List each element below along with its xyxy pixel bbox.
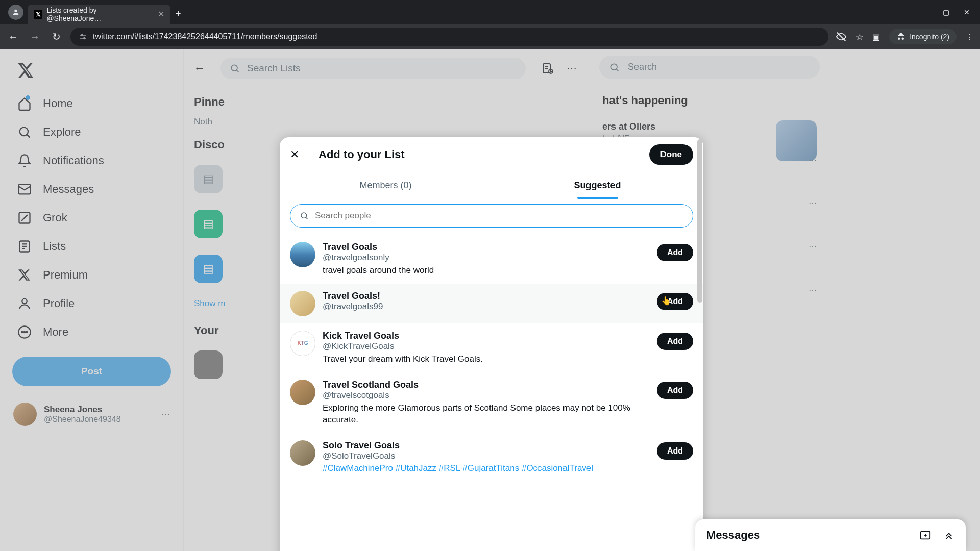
add-to-list-modal: ✕ Add to your List Done Members (0) Sugg… xyxy=(280,137,703,551)
new-message-icon[interactable] xyxy=(920,530,931,541)
suggestion-handle: @SoloTravelGoals xyxy=(323,451,650,461)
tab-members[interactable]: Members (0) xyxy=(280,172,492,199)
suggestion-desc: Exploring the more Glamorous parts of Sc… xyxy=(323,403,650,426)
suggestion-avatar-icon xyxy=(290,291,315,316)
nav-back-icon[interactable]: ← xyxy=(6,31,20,43)
svg-point-4 xyxy=(84,38,85,39)
svg-point-3 xyxy=(81,35,83,36)
messages-drawer[interactable]: Messages xyxy=(695,519,966,551)
bookmark-star-icon[interactable]: ☆ xyxy=(856,32,863,42)
site-settings-icon[interactable] xyxy=(79,32,88,41)
search-people-input[interactable] xyxy=(290,204,693,228)
window-maximize-icon[interactable]: ▢ xyxy=(943,8,949,16)
browser-toolbar: ← → ↻ twitter.com/i/lists/17423842526444… xyxy=(0,24,980,49)
suggestion-handle: @KickTravelGoals xyxy=(323,341,650,352)
suggestion-row[interactable]: Travel Goals @travelgoalsonly travel goa… xyxy=(280,235,703,284)
suggestion-avatar-icon xyxy=(290,242,315,267)
window-minimize-icon[interactable]: ― xyxy=(921,8,928,16)
suggestions-list[interactable]: Travel Goals @travelgoalsonly travel goa… xyxy=(280,235,703,551)
search-icon xyxy=(300,211,309,220)
incognito-badge[interactable]: Incognito (2) xyxy=(889,29,957,44)
suggestion-row[interactable]: Travel Goals! @travelgoals99 👆 Add xyxy=(280,284,703,323)
messages-label: Messages xyxy=(706,529,760,542)
suggestion-desc: travel goals around the world xyxy=(323,265,650,277)
suggestion-name: Kick Travel Goals xyxy=(323,331,650,341)
svg-point-30 xyxy=(301,213,307,218)
suggestion-row[interactable]: Solo Travel Goals @SoloTravelGoals #Claw… xyxy=(280,433,703,481)
tab-title: Lists created by @SheenaJone… xyxy=(46,6,150,22)
modal-scrollbar-track[interactable] xyxy=(696,137,703,551)
tab-close-icon[interactable]: ✕ xyxy=(158,9,164,19)
browser-tab[interactable]: 𝕏 Lists created by @SheenaJone… ✕ xyxy=(28,5,170,24)
suggestion-avatar-icon xyxy=(290,380,315,405)
nav-reload-icon[interactable]: ↻ xyxy=(49,31,63,43)
suggestion-row[interactable]: Travel Scotland Goals @travelscotgoals E… xyxy=(280,372,703,433)
tab-suggested[interactable]: Suggested xyxy=(492,172,703,199)
done-label: Done xyxy=(660,149,682,159)
add-button[interactable]: 👆 Add xyxy=(657,293,693,310)
suggestion-name: Solo Travel Goals xyxy=(323,440,650,451)
incognito-label: Incognito (2) xyxy=(910,33,949,41)
new-tab-button[interactable]: + xyxy=(176,9,181,19)
add-button[interactable]: Add xyxy=(657,333,693,350)
done-button[interactable]: Done xyxy=(649,144,694,165)
suggestion-avatar-icon xyxy=(290,331,315,356)
chrome-profile-button[interactable] xyxy=(8,5,23,20)
url-bar[interactable]: twitter.com/i/lists/1742384252644405711/… xyxy=(70,28,828,46)
window-close-icon[interactable]: ✕ xyxy=(964,8,970,16)
chrome-menu-icon[interactable]: ⋮ xyxy=(966,32,974,42)
suggestion-hashtags[interactable]: #ClawMachinePro #UtahJazz #RSL #GujaratT… xyxy=(323,463,650,473)
suggestion-handle: @travelgoals99 xyxy=(323,302,650,312)
add-button[interactable]: Add xyxy=(657,442,693,460)
tab-favicon-icon: 𝕏 xyxy=(34,10,42,19)
cursor-hand-icon: 👆 xyxy=(661,296,671,306)
suggestion-desc: Travel your dream with Kick Travel Goals… xyxy=(323,354,650,365)
modal-scrollbar-thumb[interactable] xyxy=(697,139,702,303)
add-button[interactable]: Add xyxy=(657,244,693,261)
modal-title: Add to your List xyxy=(318,148,634,161)
add-button[interactable]: Add xyxy=(657,382,693,399)
svg-line-31 xyxy=(306,217,308,219)
url-text: twitter.com/i/lists/1742384252644405711/… xyxy=(93,32,317,41)
expand-up-icon[interactable] xyxy=(943,530,954,541)
svg-point-0 xyxy=(14,9,17,12)
suggestion-handle: @travelgoalsonly xyxy=(323,253,650,263)
modal-close-icon[interactable]: ✕ xyxy=(290,148,303,161)
suggestion-name: Travel Goals xyxy=(323,242,650,253)
panel-icon[interactable]: ▣ xyxy=(872,32,880,42)
search-people-field[interactable] xyxy=(315,211,683,221)
nav-forward-icon: → xyxy=(28,31,42,43)
suggestion-row[interactable]: Kick Travel Goals @KickTravelGoals Trave… xyxy=(280,323,703,372)
suggestion-name: Travel Goals! xyxy=(323,291,650,302)
eye-off-icon[interactable] xyxy=(836,31,847,42)
tab-suggested-label: Suggested xyxy=(574,180,621,190)
tab-members-label: Members (0) xyxy=(359,180,411,190)
suggestion-avatar-icon xyxy=(290,440,315,466)
suggestion-handle: @travelscotgoals xyxy=(323,390,650,400)
browser-tab-strip: 𝕏 Lists created by @SheenaJone… ✕ + ― ▢ … xyxy=(0,0,980,24)
incognito-icon xyxy=(896,32,905,41)
suggestion-name: Travel Scotland Goals xyxy=(323,380,650,390)
